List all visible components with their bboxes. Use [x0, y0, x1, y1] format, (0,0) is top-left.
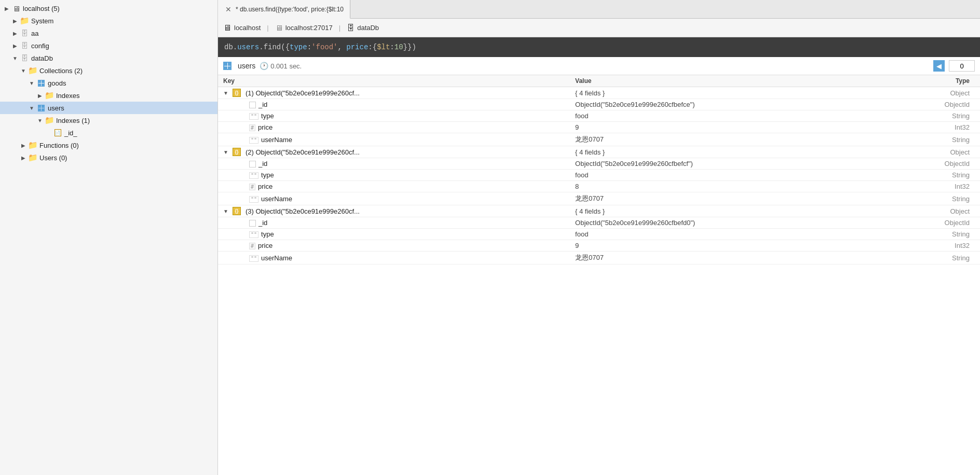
tree-icon-folder: 📁	[28, 153, 37, 162]
table-row: _id ObjectId("5b2e0ce91e999e260cfbefd0")…	[218, 217, 980, 229]
sidebar-item-users[interactable]: ▼ users	[0, 102, 217, 114]
table-row: ""type food String	[218, 110, 980, 122]
row-key: ""type	[218, 110, 570, 122]
main-panel: ✕ * db.users.find({type:'food', price:{$…	[218, 0, 980, 475]
table-row[interactable]: ▼ {} (1) ObjectId("5b2e0ce91e999e260cf..…	[218, 87, 980, 99]
host-label: localhost:27017	[285, 24, 333, 32]
num-icon: #	[249, 184, 255, 190]
sidebar-item-goods-indexes[interactable]: ▶📁Indexes	[0, 89, 217, 102]
tree-arrow-icon: ▶	[11, 30, 19, 37]
row-value: food	[570, 229, 882, 240]
row-type: Object	[882, 146, 980, 158]
tree-icon-server: 🖥	[11, 4, 21, 13]
row-type: Int32	[882, 122, 980, 133]
sidebar-item-users-id[interactable]: 📄_id_	[0, 127, 217, 139]
expand-arrow-icon[interactable]: ▼	[223, 208, 228, 214]
tree-icon-grid	[36, 103, 46, 113]
tree-arrow-icon	[45, 129, 52, 136]
row-type: ObjectId	[882, 99, 980, 110]
row-key-text: _id	[258, 160, 267, 167]
sidebar-item-users-indexes[interactable]: ▼📁Indexes (1)	[0, 114, 217, 127]
row-value: 9	[570, 240, 882, 252]
server-icon: 🖥	[223, 23, 232, 33]
tree-item-label: Indexes (1)	[56, 117, 90, 124]
num-icon: #	[249, 124, 255, 131]
row-key: ""userName	[218, 252, 570, 264]
sidebar-item-collections[interactable]: ▼📁Collections (2)	[0, 64, 217, 77]
tree-icon-folder: 📁	[45, 116, 54, 125]
sidebar-item-dataDb[interactable]: ▼🗄dataDb	[0, 52, 217, 64]
db-label: dataDb	[357, 24, 379, 32]
tree-item-label: _id_	[64, 129, 77, 137]
sidebar-item-functions[interactable]: ▶📁Functions (0)	[0, 139, 217, 151]
row-type: Int32	[882, 181, 980, 192]
id-icon	[249, 161, 256, 167]
table-row: ""type food String	[218, 229, 980, 240]
tree-icon-db: 🗄	[20, 53, 29, 63]
row-value: 龙恩0707	[570, 133, 882, 146]
server-conn-item: 🖥 localhost	[223, 23, 261, 33]
row-value: ObjectId("5b2e0ce91e999e260cfbefd0")	[570, 217, 882, 229]
sidebar-item-users-node[interactable]: ▶📁Users (0)	[0, 151, 217, 164]
sidebar-item-system[interactable]: ▶📁System	[0, 15, 217, 27]
nav-prev-button[interactable]: ◀	[933, 60, 945, 72]
row-key: ▼ {} (1) ObjectId("5b2e0ce91e999e260cf..…	[218, 87, 570, 99]
sidebar-item-goods[interactable]: ▼ goods	[0, 77, 217, 89]
row-key-text: userName	[261, 136, 292, 144]
table-row: #price 9 Int32	[218, 240, 980, 252]
tree-icon-grid	[36, 78, 46, 88]
tree-item-label: dataDb	[31, 54, 53, 62]
query-text: db.users.find({type:'food', price:{$lt:1…	[224, 43, 416, 51]
separator-2: |	[339, 24, 341, 32]
tree-item-label: System	[31, 17, 53, 25]
table-row: ""type food String	[218, 170, 980, 181]
row-value: { 4 fields }	[570, 205, 882, 217]
table-row: _id ObjectId("5b2e0ce91e999e260cfbefcf")…	[218, 158, 980, 170]
row-key-text: userName	[261, 254, 292, 262]
row-key: #price	[218, 122, 570, 133]
results-header: users 🕐 0.001 sec. ◀	[218, 57, 980, 75]
table-row[interactable]: ▼ {} (2) ObjectId("5b2e0ce91e999e260cf..…	[218, 146, 980, 158]
num-icon: #	[249, 243, 255, 249]
row-value: 龙恩0707	[570, 192, 882, 205]
obj-icon: {}	[233, 207, 241, 215]
row-key-text: price	[258, 183, 273, 190]
tree-item-label: config	[31, 42, 49, 50]
query-bar[interactable]: db.users.find({type:'food', price:{$lt:1…	[218, 37, 980, 57]
row-key-text: type	[261, 230, 274, 238]
table-row[interactable]: ▼ {} (3) ObjectId("5b2e0ce91e999e260cf..…	[218, 205, 980, 217]
tab-label: * db.users.find({type:'food', price:{$lt…	[236, 6, 344, 13]
table-row: #price 8 Int32	[218, 181, 980, 192]
row-value: food	[570, 170, 882, 181]
row-value: food	[570, 110, 882, 122]
tree-arrow-icon: ▶	[20, 154, 27, 161]
id-icon	[249, 220, 256, 227]
str-icon: ""	[249, 231, 258, 238]
sidebar-item-config[interactable]: ▶🗄config	[0, 39, 217, 52]
sidebar-item-aa[interactable]: ▶🗄aa	[0, 27, 217, 39]
row-key-text: (1) ObjectId("5b2e0ce91e999e260cf...	[246, 89, 360, 97]
table-body: ▼ {} (1) ObjectId("5b2e0ce91e999e260cf..…	[218, 87, 980, 264]
str-icon: ""	[249, 113, 258, 120]
str-icon: ""	[249, 172, 258, 179]
row-type: String	[882, 192, 980, 205]
query-tab[interactable]: ✕ * db.users.find({type:'food', price:{$…	[218, 0, 350, 19]
tree-arrow-icon: ▼	[28, 79, 35, 87]
separator-1: |	[267, 24, 268, 32]
table-row: ""userName 龙恩0707 String	[218, 192, 980, 205]
tree-item-label: goods	[48, 79, 66, 87]
row-key: _id	[218, 158, 570, 170]
expand-arrow-icon[interactable]: ▼	[223, 149, 228, 155]
row-type: Int32	[882, 240, 980, 252]
row-value: 龙恩0707	[570, 252, 882, 264]
row-value: { 4 fields }	[570, 146, 882, 158]
sidebar-item-localhost[interactable]: ▶🖥localhost (5)	[0, 2, 217, 15]
expand-arrow-icon[interactable]: ▼	[223, 90, 228, 96]
tab-close-icon[interactable]: ✕	[224, 5, 233, 13]
page-input[interactable]	[949, 60, 975, 72]
row-type: Object	[882, 205, 980, 217]
row-value: { 4 fields }	[570, 87, 882, 99]
tree-icon-folder: 📁	[45, 91, 54, 100]
db-conn-item: 🗄 dataDb	[347, 23, 379, 32]
row-type: Object	[882, 87, 980, 99]
